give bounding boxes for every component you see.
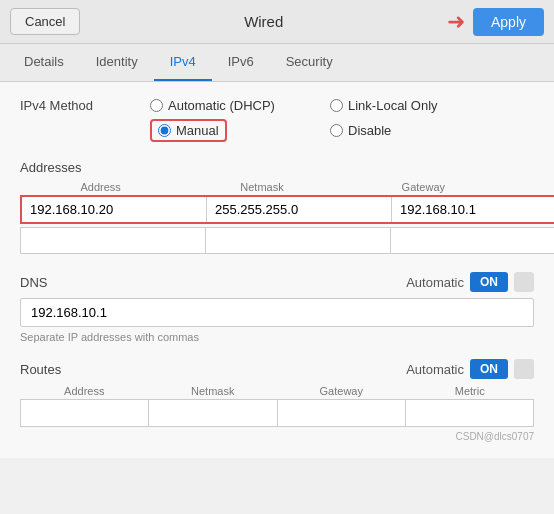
dns-auto-label: Automatic: [406, 275, 464, 290]
routes-label: Routes: [20, 362, 61, 377]
disable-label: Disable: [348, 123, 391, 138]
addresses-title: Addresses: [20, 160, 534, 175]
link-local-label: Link-Local Only: [348, 98, 438, 113]
address-input-2[interactable]: [21, 228, 206, 253]
routes-metric-cell: [406, 399, 534, 427]
tab-ipv4[interactable]: IPv4: [154, 44, 212, 81]
col-header-netmask: Netmask: [181, 181, 342, 193]
col-header-address: Address: [20, 181, 181, 193]
dns-toggle-on[interactable]: ON: [470, 272, 508, 292]
watermark: CSDN@dlcs0707: [20, 431, 534, 442]
col-header-gateway: Gateway: [343, 181, 504, 193]
netmask-input-2[interactable]: [206, 228, 391, 253]
tab-identity[interactable]: Identity: [80, 44, 154, 81]
apply-button[interactable]: Apply: [473, 8, 544, 36]
routes-toggle-on[interactable]: ON: [470, 359, 508, 379]
auto-dhcp-label: Automatic (DHCP): [168, 98, 275, 113]
routes-toggle-off-area: [514, 359, 534, 379]
address-row-1: ✕: [20, 195, 534, 224]
routes-address-cell: [20, 399, 149, 427]
routes-gateway-cell: [278, 399, 406, 427]
dns-section: DNS Automatic ON Separate IP addresses w…: [20, 272, 534, 343]
dns-label: DNS: [20, 275, 47, 290]
radio-manual[interactable]: Manual: [150, 119, 310, 142]
dns-hint: Separate IP addresses with commas: [20, 331, 534, 343]
address-row-2: ✕: [20, 227, 534, 254]
routes-col-metric: Metric: [406, 385, 535, 397]
cancel-button[interactable]: Cancel: [10, 8, 80, 35]
tabs-bar: Details Identity IPv4 IPv6 Security: [0, 44, 554, 82]
routes-col-address: Address: [20, 385, 149, 397]
gateway-input-1[interactable]: [392, 197, 554, 222]
tab-ipv6[interactable]: IPv6: [212, 44, 270, 81]
routes-auto-label: Automatic: [406, 362, 464, 377]
gateway-input-2[interactable]: [391, 228, 554, 253]
dns-input[interactable]: [20, 298, 534, 327]
manual-label: Manual: [176, 123, 219, 138]
routes-netmask-cell: [149, 399, 277, 427]
ipv4-method-label: IPv4 Method: [20, 98, 130, 113]
tab-details[interactable]: Details: [8, 44, 80, 81]
window-title: Wired: [80, 13, 447, 30]
addresses-section: Addresses Address Netmask Gateway ✕ ✕: [20, 160, 534, 254]
arrow-icon: ➜: [447, 9, 465, 35]
tab-security[interactable]: Security: [270, 44, 349, 81]
address-input-1[interactable]: [22, 197, 207, 222]
routes-row-1: [20, 399, 534, 427]
routes-col-netmask: Netmask: [149, 385, 278, 397]
ipv4-method-section: IPv4 Method Automatic (DHCP) Link-Local …: [20, 98, 534, 142]
radio-link-local[interactable]: Link-Local Only: [330, 98, 490, 113]
title-bar: Cancel Wired ➜ Apply: [0, 0, 554, 44]
routes-section: Routes Automatic ON Address Netmask Gate…: [20, 359, 534, 427]
routes-col-gateway: Gateway: [277, 385, 406, 397]
radio-auto-dhcp[interactable]: Automatic (DHCP): [150, 98, 310, 113]
dns-toggle-off-area: [514, 272, 534, 292]
radio-disable[interactable]: Disable: [330, 119, 490, 142]
netmask-input-1[interactable]: [207, 197, 392, 222]
